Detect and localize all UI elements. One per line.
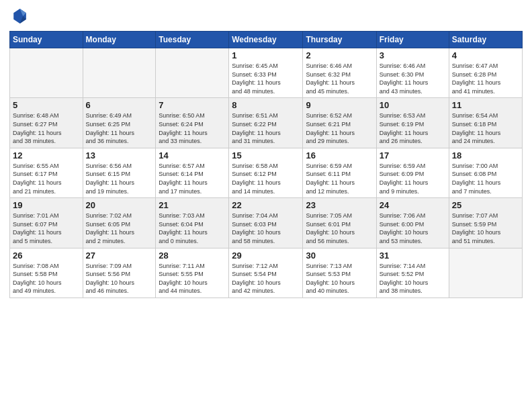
calendar-day-cell: 29Sunrise: 7:12 AM Sunset: 5:54 PM Dayli… <box>229 248 303 298</box>
day-number: 2 <box>306 50 373 60</box>
day-number: 31 <box>380 250 446 261</box>
svg-marker-0 <box>13 9 26 24</box>
calendar-day-cell <box>156 48 229 98</box>
calendar-day-cell: 22Sunrise: 7:04 AM Sunset: 6:03 PM Dayli… <box>229 198 303 248</box>
calendar-day-cell: 2Sunrise: 6:46 AM Sunset: 6:32 PM Daylig… <box>303 48 376 98</box>
calendar-week-row: 5Sunrise: 6:48 AM Sunset: 6:27 PM Daylig… <box>10 98 523 148</box>
day-number: 7 <box>159 100 226 110</box>
day-number: 11 <box>452 100 519 110</box>
calendar-day-cell: 4Sunrise: 6:47 AM Sunset: 6:28 PM Daylig… <box>449 48 522 98</box>
day-number: 5 <box>13 100 80 110</box>
calendar-week-row: 12Sunrise: 6:55 AM Sunset: 6:17 PM Dayli… <box>10 148 523 197</box>
day-info: Sunrise: 6:50 AM Sunset: 6:24 PM Dayligh… <box>159 111 226 145</box>
day-info: Sunrise: 6:52 AM Sunset: 6:21 PM Dayligh… <box>306 111 373 145</box>
day-info: Sunrise: 6:55 AM Sunset: 6:17 PM Dayligh… <box>13 162 80 195</box>
calendar-day-cell: 16Sunrise: 6:59 AM Sunset: 6:11 PM Dayli… <box>303 148 376 197</box>
day-info: Sunrise: 7:12 AM Sunset: 5:54 PM Dayligh… <box>232 262 300 295</box>
day-number: 19 <box>13 200 80 210</box>
day-info: Sunrise: 7:00 AM Sunset: 6:08 PM Dayligh… <box>452 162 519 195</box>
day-info: Sunrise: 6:59 AM Sunset: 6:11 PM Dayligh… <box>306 162 373 195</box>
day-number: 29 <box>232 250 300 261</box>
day-info: Sunrise: 6:54 AM Sunset: 6:18 PM Dayligh… <box>452 111 519 145</box>
day-info: Sunrise: 6:49 AM Sunset: 6:25 PM Dayligh… <box>86 111 153 145</box>
day-info: Sunrise: 6:46 AM Sunset: 6:32 PM Dayligh… <box>306 62 373 95</box>
day-number: 24 <box>380 200 446 210</box>
calendar-day-cell: 23Sunrise: 7:05 AM Sunset: 6:01 PM Dayli… <box>303 198 376 248</box>
day-info: Sunrise: 6:47 AM Sunset: 6:28 PM Dayligh… <box>452 62 519 95</box>
day-number: 3 <box>380 50 446 60</box>
day-info: Sunrise: 6:48 AM Sunset: 6:27 PM Dayligh… <box>13 111 80 145</box>
calendar-day-cell: 14Sunrise: 6:57 AM Sunset: 6:14 PM Dayli… <box>156 148 229 197</box>
calendar-day-cell: 13Sunrise: 6:56 AM Sunset: 6:15 PM Dayli… <box>83 148 156 197</box>
day-number: 15 <box>232 150 300 161</box>
calendar-day-cell: 7Sunrise: 6:50 AM Sunset: 6:24 PM Daylig… <box>156 98 229 148</box>
day-number: 8 <box>232 100 300 110</box>
day-number: 20 <box>86 200 153 210</box>
day-number: 27 <box>86 250 153 261</box>
day-info: Sunrise: 6:51 AM Sunset: 6:22 PM Dayligh… <box>232 111 300 145</box>
calendar-day-cell: 18Sunrise: 7:00 AM Sunset: 6:08 PM Dayli… <box>449 148 522 197</box>
calendar-day-cell: 9Sunrise: 6:52 AM Sunset: 6:21 PM Daylig… <box>303 98 376 148</box>
day-info: Sunrise: 7:03 AM Sunset: 6:04 PM Dayligh… <box>159 212 226 245</box>
calendar-week-row: 1Sunrise: 6:45 AM Sunset: 6:33 PM Daylig… <box>10 48 523 98</box>
day-number: 30 <box>306 250 373 261</box>
day-number: 6 <box>86 100 153 110</box>
day-info: Sunrise: 6:45 AM Sunset: 6:33 PM Dayligh… <box>232 62 300 95</box>
calendar-day-cell: 26Sunrise: 7:08 AM Sunset: 5:58 PM Dayli… <box>10 248 83 298</box>
day-info: Sunrise: 6:53 AM Sunset: 6:19 PM Dayligh… <box>380 111 446 145</box>
calendar-week-row: 19Sunrise: 7:01 AM Sunset: 6:07 PM Dayli… <box>10 198 523 248</box>
day-number: 26 <box>13 250 80 261</box>
calendar-day-cell: 3Sunrise: 6:46 AM Sunset: 6:30 PM Daylig… <box>376 48 449 98</box>
weekday-header: Saturday <box>449 32 522 48</box>
calendar-day-cell: 31Sunrise: 7:14 AM Sunset: 5:52 PM Dayli… <box>376 248 449 298</box>
day-info: Sunrise: 7:08 AM Sunset: 5:58 PM Dayligh… <box>13 262 80 295</box>
calendar-day-cell <box>83 48 156 98</box>
day-number: 21 <box>159 200 226 210</box>
day-info: Sunrise: 6:57 AM Sunset: 6:14 PM Dayligh… <box>159 162 226 195</box>
calendar-day-cell: 5Sunrise: 6:48 AM Sunset: 6:27 PM Daylig… <box>10 98 83 148</box>
page: SundayMondayTuesdayWednesdayThursdayFrid… <box>0 0 532 411</box>
day-number: 1 <box>232 50 300 60</box>
day-number: 16 <box>306 150 373 161</box>
logo-icon <box>9 7 28 26</box>
day-number: 14 <box>159 150 226 161</box>
calendar-day-cell: 17Sunrise: 6:59 AM Sunset: 6:09 PM Dayli… <box>376 148 449 197</box>
weekday-header: Monday <box>83 32 156 48</box>
calendar-day-cell: 27Sunrise: 7:09 AM Sunset: 5:56 PM Dayli… <box>83 248 156 298</box>
calendar-table: SundayMondayTuesdayWednesdayThursdayFrid… <box>9 31 523 298</box>
weekday-header: Friday <box>376 32 449 48</box>
day-number: 25 <box>452 200 519 210</box>
weekday-header: Tuesday <box>156 32 229 48</box>
day-number: 28 <box>159 250 226 261</box>
day-info: Sunrise: 6:46 AM Sunset: 6:30 PM Dayligh… <box>380 62 446 95</box>
weekday-header: Thursday <box>303 32 376 48</box>
day-info: Sunrise: 7:05 AM Sunset: 6:01 PM Dayligh… <box>306 212 373 245</box>
calendar-day-cell: 28Sunrise: 7:11 AM Sunset: 5:55 PM Dayli… <box>156 248 229 298</box>
day-number: 17 <box>380 150 446 161</box>
day-info: Sunrise: 7:11 AM Sunset: 5:55 PM Dayligh… <box>159 262 226 295</box>
day-number: 13 <box>86 150 153 161</box>
calendar-week-row: 26Sunrise: 7:08 AM Sunset: 5:58 PM Dayli… <box>10 248 523 298</box>
day-number: 9 <box>306 100 373 110</box>
calendar-day-cell <box>449 248 522 298</box>
calendar-day-cell: 8Sunrise: 6:51 AM Sunset: 6:22 PM Daylig… <box>229 98 303 148</box>
day-info: Sunrise: 7:02 AM Sunset: 6:05 PM Dayligh… <box>86 212 153 245</box>
day-number: 18 <box>452 150 519 161</box>
day-info: Sunrise: 7:09 AM Sunset: 5:56 PM Dayligh… <box>86 262 153 295</box>
calendar-day-cell: 12Sunrise: 6:55 AM Sunset: 6:17 PM Dayli… <box>10 148 83 197</box>
weekday-header: Sunday <box>10 32 83 48</box>
day-info: Sunrise: 6:58 AM Sunset: 6:12 PM Dayligh… <box>232 162 300 195</box>
day-number: 12 <box>13 150 80 161</box>
calendar-day-cell: 30Sunrise: 7:13 AM Sunset: 5:53 PM Dayli… <box>303 248 376 298</box>
calendar-day-cell: 19Sunrise: 7:01 AM Sunset: 6:07 PM Dayli… <box>10 198 83 248</box>
day-info: Sunrise: 7:01 AM Sunset: 6:07 PM Dayligh… <box>13 212 80 245</box>
calendar-header-row: SundayMondayTuesdayWednesdayThursdayFrid… <box>10 32 523 48</box>
day-info: Sunrise: 7:13 AM Sunset: 5:53 PM Dayligh… <box>306 262 373 295</box>
day-number: 4 <box>452 50 519 60</box>
calendar-day-cell: 11Sunrise: 6:54 AM Sunset: 6:18 PM Dayli… <box>449 98 522 148</box>
day-number: 10 <box>380 100 446 110</box>
calendar-day-cell: 21Sunrise: 7:03 AM Sunset: 6:04 PM Dayli… <box>156 198 229 248</box>
day-info: Sunrise: 6:59 AM Sunset: 6:09 PM Dayligh… <box>380 162 446 195</box>
day-info: Sunrise: 6:56 AM Sunset: 6:15 PM Dayligh… <box>86 162 153 195</box>
weekday-header: Wednesday <box>229 32 303 48</box>
